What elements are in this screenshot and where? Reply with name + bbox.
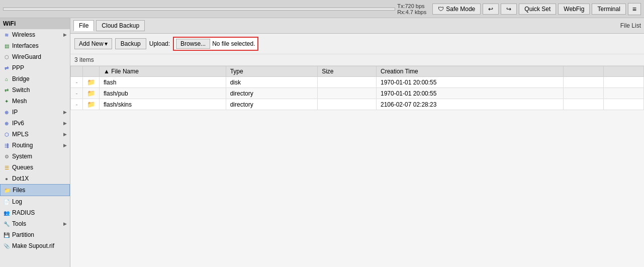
sidebar-label-switch: Switch bbox=[12, 86, 30, 94]
sidebar-item-queues[interactable]: ☰ Queues bbox=[0, 162, 70, 173]
col-filename-header[interactable]: ▲ File Name bbox=[100, 66, 226, 77]
make-supout-icon: 📎 bbox=[3, 242, 10, 249]
back-button[interactable]: ↩ bbox=[483, 4, 499, 15]
queues-icon: ☰ bbox=[3, 164, 10, 171]
sidebar-item-dot1x[interactable]: ● Dot1X bbox=[0, 173, 70, 184]
sidebar-item-ip[interactable]: ⊕ IP ▶ bbox=[0, 107, 70, 118]
row-dash: - bbox=[71, 88, 83, 99]
sidebar: WiFi ≋ Wireless ▶ ▤ Interfaces ⬡ WireGua… bbox=[0, 18, 70, 267]
ppp-icon: ⇌ bbox=[3, 64, 10, 71]
tab-cloud-backup[interactable]: Cloud Backup bbox=[96, 20, 145, 31]
log-icon: 📄 bbox=[3, 198, 10, 205]
quick-set-label: Quick Set bbox=[524, 6, 550, 13]
routing-icon: ⇶ bbox=[3, 142, 10, 149]
col-creation-header[interactable]: Creation Time bbox=[377, 66, 564, 77]
forward-button[interactable]: ↪ bbox=[501, 4, 517, 15]
sidebar-item-interfaces[interactable]: ▤ Interfaces bbox=[0, 40, 70, 51]
sidebar-label-bridge: Bridge bbox=[12, 75, 30, 82]
row-size bbox=[318, 88, 377, 99]
col-extra1-header[interactable] bbox=[564, 66, 604, 77]
row-extra2 bbox=[604, 99, 644, 110]
content-toolbar: Add New ▾ Backup Upload: Browse... No fi… bbox=[70, 34, 644, 54]
add-new-arrow: ▾ bbox=[105, 40, 108, 47]
row-folder-icon: 📁 bbox=[83, 77, 100, 88]
upload-label: Upload: bbox=[149, 40, 170, 47]
sidebar-item-ipv6[interactable]: ⊕ IPv6 ▶ bbox=[0, 118, 70, 129]
row-filename: flash/skins bbox=[100, 99, 226, 110]
sidebar-item-bridge[interactable]: ⌂ Bridge bbox=[0, 73, 70, 84]
wifi-label: WiFi bbox=[3, 20, 16, 27]
file-table-area: ▲ File Name Type Size Creation Time - 📁 … bbox=[70, 66, 644, 267]
browse-label: Browse... bbox=[180, 40, 206, 47]
quick-set-button[interactable]: Quick Set bbox=[519, 4, 556, 15]
sidebar-item-partition[interactable]: 💾 Partition bbox=[0, 229, 70, 240]
col-icon-header[interactable] bbox=[83, 66, 100, 77]
browse-button[interactable]: Browse... bbox=[176, 39, 210, 49]
sidebar-item-make-supout[interactable]: 📎 Make Supout.rif bbox=[0, 240, 70, 251]
sidebar-label-system: System bbox=[12, 153, 32, 160]
sidebar-item-wireless[interactable]: ≋ Wireless ▶ bbox=[0, 29, 70, 40]
mesh-icon: ✦ bbox=[3, 98, 10, 105]
menu-button[interactable]: ≡ bbox=[628, 3, 641, 15]
row-creation: 1970-01-01 20:00:55 bbox=[377, 77, 564, 88]
content-tabs-bar: File Cloud Backup File List bbox=[70, 18, 644, 34]
add-new-button[interactable]: Add New ▾ bbox=[74, 38, 112, 49]
backup-button[interactable]: Backup bbox=[115, 38, 146, 49]
sidebar-label-ppp: PPP bbox=[12, 64, 24, 71]
forward-icon: ↪ bbox=[506, 6, 511, 13]
menu-icon: ≡ bbox=[632, 5, 636, 13]
sidebar-item-tools[interactable]: 🔧 Tools ▶ bbox=[0, 218, 70, 229]
col-size-header[interactable]: Size bbox=[318, 66, 377, 77]
row-folder-icon: 📁 bbox=[83, 99, 100, 110]
items-count: 3 items bbox=[70, 54, 644, 66]
sidebar-wifi: WiFi bbox=[0, 18, 70, 29]
row-type: directory bbox=[226, 99, 318, 110]
tx-rx-stats: Tx:720 bps Rx:4.7 kbps bbox=[397, 3, 426, 15]
row-extra1 bbox=[564, 88, 604, 99]
row-type: directory bbox=[226, 88, 318, 99]
row-extra1 bbox=[564, 99, 604, 110]
sidebar-label-dot1x: Dot1X bbox=[12, 175, 29, 182]
row-size bbox=[318, 99, 377, 110]
sidebar-label-queues: Queues bbox=[12, 164, 33, 171]
sidebar-item-log[interactable]: 📄 Log bbox=[0, 196, 70, 207]
safe-mode-button[interactable]: 🛡 Safe Mode bbox=[432, 4, 481, 15]
col-type-header[interactable]: Type bbox=[226, 66, 318, 77]
sidebar-item-radius[interactable]: 👥 RADIUS bbox=[0, 207, 70, 218]
tabs-left: File Cloud Backup bbox=[73, 20, 145, 31]
row-dash: - bbox=[71, 99, 83, 110]
file-list-label-container: File List bbox=[620, 22, 641, 29]
col-extra2-header[interactable] bbox=[604, 66, 644, 77]
mpls-arrow: ▶ bbox=[63, 132, 67, 137]
terminal-label: Terminal bbox=[597, 6, 620, 13]
sidebar-item-wireguard[interactable]: ⬡ WireGuard bbox=[0, 51, 70, 62]
tab-file[interactable]: File bbox=[73, 20, 94, 31]
backup-label: Backup bbox=[121, 40, 141, 47]
row-extra1 bbox=[564, 77, 604, 88]
files-icon: 📁 bbox=[4, 187, 11, 194]
sidebar-item-mesh[interactable]: ✦ Mesh bbox=[0, 96, 70, 107]
sidebar-label-routing: Routing bbox=[12, 142, 33, 149]
webfig-button[interactable]: WebFig bbox=[558, 4, 590, 15]
col-dash-header[interactable] bbox=[71, 66, 83, 77]
table-row: - 📁 flash disk 1970-01-01 20:00:55 bbox=[71, 77, 644, 88]
sidebar-item-ppp[interactable]: ⇌ PPP bbox=[0, 62, 70, 73]
row-creation: 1970-01-01 20:00:55 bbox=[377, 88, 564, 99]
sidebar-item-switch[interactable]: ⇄ Switch bbox=[0, 84, 70, 96]
sidebar-label-log: Log bbox=[12, 198, 22, 205]
sidebar-item-system[interactable]: ⚙ System bbox=[0, 151, 70, 162]
sidebar-label-interfaces: Interfaces bbox=[12, 42, 39, 49]
sidebar-label-files: Files bbox=[13, 187, 25, 194]
main-layout: WiFi ≋ Wireless ▶ ▤ Interfaces ⬡ WireGua… bbox=[0, 18, 644, 267]
tools-icon: 🔧 bbox=[3, 220, 10, 227]
sidebar-item-files[interactable]: 📁 Files bbox=[0, 184, 70, 196]
sidebar-item-mpls[interactable]: ⬡ MPLS ▶ bbox=[0, 129, 70, 140]
sidebar-label-wireguard: WireGuard bbox=[12, 53, 41, 60]
terminal-button[interactable]: Terminal bbox=[592, 4, 625, 15]
row-folder-icon: 📁 bbox=[83, 88, 100, 99]
table-header-row: ▲ File Name Type Size Creation Time bbox=[71, 66, 644, 77]
ipv6-arrow: ▶ bbox=[63, 121, 67, 126]
sidebar-label-partition: Partition bbox=[12, 231, 34, 238]
sidebar-item-routing[interactable]: ⇶ Routing ▶ bbox=[0, 140, 70, 151]
mpls-icon: ⬡ bbox=[3, 131, 10, 138]
